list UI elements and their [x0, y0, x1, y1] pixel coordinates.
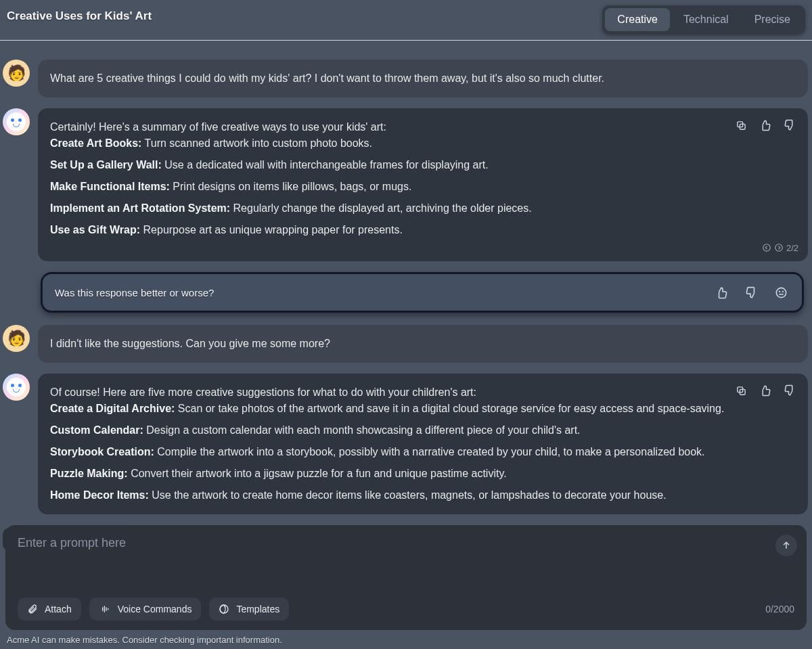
- user-bubble: I didn't like the suggestions. Can you g…: [38, 325, 808, 363]
- list-item: Make Functional Items: Print designs on …: [50, 179, 796, 195]
- list-item: Custom Calendar: Design a custom calenda…: [50, 422, 796, 439]
- pager-next-icon[interactable]: [774, 243, 784, 252]
- thumbs-up-icon[interactable]: [757, 116, 774, 134]
- feedback-prompt: Was this response better or worse?: [41, 272, 804, 313]
- thumbs-down-icon[interactable]: [781, 382, 798, 399]
- message-ai-1: Certainly! Here's a summary of five crea…: [3, 108, 808, 261]
- list-item: Create Art Books: Turn scanned artwork i…: [50, 135, 796, 152]
- ai-bubble: Certainly! Here's a summary of five crea…: [38, 108, 808, 261]
- ai-actions: [732, 116, 798, 134]
- message-ai-2: Of course! Here are five more creative s…: [3, 374, 808, 514]
- composer-footer: Attach Voice Commands Templates 0/2000: [18, 598, 794, 621]
- templates-button[interactable]: Templates: [209, 598, 289, 621]
- list-item: Home Decor Items: Use the artwork to cre…: [50, 487, 796, 503]
- user-avatar: 🧑: [3, 325, 30, 352]
- chat-log: 🧑 What are 5 creative things I could do …: [0, 41, 812, 551]
- svg-point-6: [782, 291, 783, 292]
- prompt-placeholder: Enter a prompt here: [18, 536, 794, 550]
- svg-point-5: [779, 291, 780, 292]
- send-button[interactable]: [775, 535, 797, 556]
- neutral-face-icon[interactable]: [772, 284, 790, 301]
- page-title: Creative Uses for Kids' Art: [7, 5, 152, 23]
- list-item: Create a Digital Archive: Scan or take p…: [50, 401, 796, 417]
- bot-avatar: [3, 374, 30, 401]
- char-counter: 0/2000: [765, 604, 794, 614]
- response-pager: 2/2: [762, 242, 798, 255]
- thumbs-up-icon[interactable]: [757, 382, 774, 399]
- copy-icon[interactable]: [732, 116, 750, 134]
- templates-label: Templates: [236, 604, 279, 614]
- list-item: Puzzle Making: Convert their artwork int…: [50, 466, 796, 482]
- pager-prev-icon[interactable]: [762, 243, 771, 252]
- tab-creative[interactable]: Creative: [605, 8, 670, 31]
- tab-technical[interactable]: Technical: [671, 8, 741, 31]
- disclaimer-text: Acme AI can make mistakes. Consider chec…: [7, 635, 282, 645]
- user-bubble: What are 5 creative things I could do wi…: [38, 60, 808, 97]
- attach-button[interactable]: Attach: [18, 598, 81, 621]
- paperclip-icon: [27, 604, 38, 614]
- header: Creative Uses for Kids' Art Creative Tec…: [0, 0, 812, 34]
- message-user-1: 🧑 What are 5 creative things I could do …: [3, 60, 808, 97]
- tab-precise[interactable]: Precise: [742, 8, 803, 31]
- feedback-question: Was this response better or worse?: [55, 287, 214, 298]
- feedback-actions: [713, 284, 790, 301]
- composer-area: Enter a prompt here Attach Voice Command…: [5, 525, 807, 630]
- attach-label: Attach: [45, 604, 72, 614]
- message-user-2: 🧑 I didn't like the suggestions. Can you…: [3, 325, 808, 363]
- list-item: Implement an Art Rotation System: Regula…: [50, 200, 796, 217]
- prompt-input[interactable]: Enter a prompt here Attach Voice Command…: [5, 525, 807, 630]
- voice-label: Voice Commands: [118, 604, 192, 614]
- list-item: Use as Gift Wrap: Repurpose art as uniqu…: [50, 222, 796, 238]
- svg-point-4: [776, 288, 786, 297]
- svg-point-3: [775, 244, 783, 252]
- ai-intro: Certainly! Here's a summary of five crea…: [50, 119, 796, 135]
- ai-intro: Of course! Here are five more creative s…: [50, 384, 796, 401]
- bot-avatar: [3, 108, 30, 135]
- ai-bubble: Of course! Here are five more creative s…: [38, 374, 808, 514]
- list-item: Storybook Creation: Compile the artwork …: [50, 444, 796, 460]
- user-avatar: 🧑: [3, 60, 30, 87]
- templates-icon: [219, 604, 229, 614]
- mode-tabs: Creative Technical Precise: [602, 5, 805, 34]
- voice-button[interactable]: Voice Commands: [89, 598, 202, 621]
- thumbs-down-icon[interactable]: [742, 284, 760, 301]
- copy-icon[interactable]: [732, 382, 750, 399]
- thumbs-down-icon[interactable]: [781, 116, 798, 134]
- thumbs-up-icon[interactable]: [713, 284, 730, 301]
- waveform-icon: [99, 604, 111, 614]
- pager-count: 2/2: [786, 242, 798, 255]
- svg-point-2: [763, 244, 771, 252]
- user-text: What are 5 creative things I could do wi…: [50, 70, 796, 87]
- list-item: Set Up a Gallery Wall: Use a dedicated w…: [50, 157, 796, 173]
- user-text: I didn't like the suggestions. Can you g…: [50, 336, 796, 352]
- ai-actions: [732, 382, 798, 399]
